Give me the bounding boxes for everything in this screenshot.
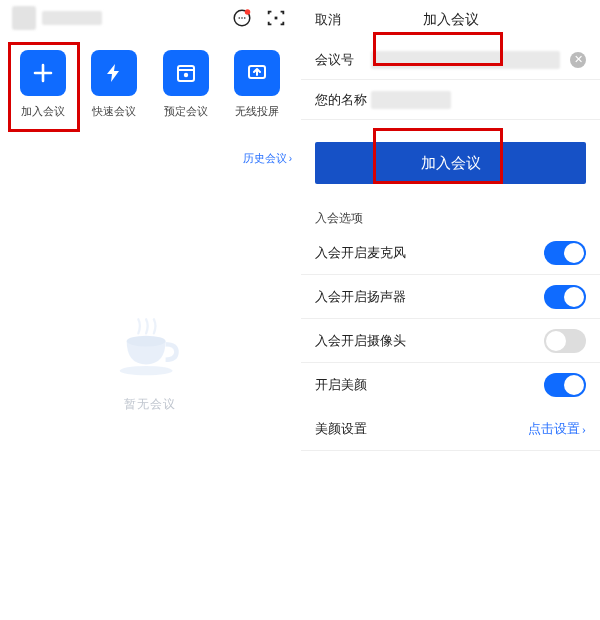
cancel-button[interactable]: 取消 [315, 11, 341, 29]
svg-rect-5 [275, 17, 278, 20]
join-meeting-label: 加入会议 [21, 104, 65, 119]
plus-icon [31, 61, 55, 85]
option-row: 入会开启摄像头 [301, 319, 600, 363]
svg-point-2 [241, 17, 243, 19]
beauty-settings-label: 美颜设置 [315, 420, 367, 438]
toggle[interactable] [544, 285, 586, 309]
options-section-title: 入会选项 [315, 210, 586, 227]
option-label: 开启美颜 [315, 376, 367, 394]
header: 取消 加入会议 [301, 0, 600, 40]
meeting-number-label: 会议号 [315, 51, 371, 69]
svg-point-3 [244, 17, 246, 19]
chevron-right-icon: › [582, 421, 586, 437]
option-row: 开启美颜 [301, 363, 600, 407]
name-field[interactable]: 您的名称 [301, 80, 600, 120]
schedule-meeting-button[interactable]: 预定会议 [157, 50, 215, 119]
svg-point-4 [245, 9, 251, 14]
message-icon[interactable] [230, 6, 254, 30]
meeting-number-input[interactable] [371, 51, 560, 69]
bolt-icon [102, 61, 126, 85]
join-button-label: 加入会议 [421, 154, 481, 173]
option-row: 入会开启麦克风 [301, 231, 600, 275]
beauty-settings-link[interactable]: 点击设置 › [528, 420, 586, 438]
empty-state: 暂无会议 [0, 310, 300, 413]
option-label: 入会开启扬声器 [315, 288, 406, 306]
join-meeting-button[interactable]: 加入会议 [14, 50, 72, 119]
name-input[interactable] [371, 91, 451, 109]
wireless-cast-label: 无线投屏 [235, 104, 279, 119]
svg-point-1 [238, 17, 240, 19]
beauty-settings-row[interactable]: 美颜设置 点击设置 › [301, 407, 600, 451]
avatar[interactable] [12, 6, 36, 30]
option-label: 入会开启麦克风 [315, 244, 406, 262]
name-label: 您的名称 [315, 91, 371, 109]
svg-point-7 [183, 73, 187, 77]
toggle[interactable] [544, 329, 586, 353]
username [42, 11, 102, 25]
cast-icon [245, 61, 269, 85]
quick-meeting-label: 快速会议 [92, 104, 136, 119]
history-link[interactable]: 历史会议 › [243, 151, 292, 166]
wireless-cast-button[interactable]: 无线投屏 [228, 50, 286, 119]
svg-point-9 [120, 366, 173, 375]
empty-text: 暂无会议 [124, 396, 176, 413]
svg-point-10 [127, 336, 166, 347]
toggle[interactable] [544, 373, 586, 397]
join-button[interactable]: 加入会议 [315, 142, 586, 184]
history-link-text: 历史会议 [243, 151, 287, 166]
scan-icon[interactable] [264, 6, 288, 30]
action-buttons: 加入会议 快速会议 预定会议 无线投屏 [0, 36, 300, 129]
beauty-settings-link-text: 点击设置 [528, 420, 580, 438]
option-row: 入会开启扬声器 [301, 275, 600, 319]
chevron-right-icon: › [289, 153, 292, 164]
home-screen: 加入会议 快速会议 预定会议 无线投屏 历史会议 › [0, 0, 300, 620]
top-bar [0, 0, 300, 36]
quick-meeting-button[interactable]: 快速会议 [85, 50, 143, 119]
page-title: 加入会议 [301, 11, 600, 29]
schedule-meeting-label: 预定会议 [164, 104, 208, 119]
meeting-number-field[interactable]: 会议号 ✕ [301, 40, 600, 80]
clear-icon[interactable]: ✕ [570, 52, 586, 68]
calendar-icon [174, 61, 198, 85]
cup-icon [110, 310, 190, 384]
join-meeting-screen: 取消 加入会议 会议号 ✕ 您的名称 加入会议 入会选项 入会开启麦克风入会开启… [300, 0, 600, 620]
toggle[interactable] [544, 241, 586, 265]
option-label: 入会开启摄像头 [315, 332, 406, 350]
